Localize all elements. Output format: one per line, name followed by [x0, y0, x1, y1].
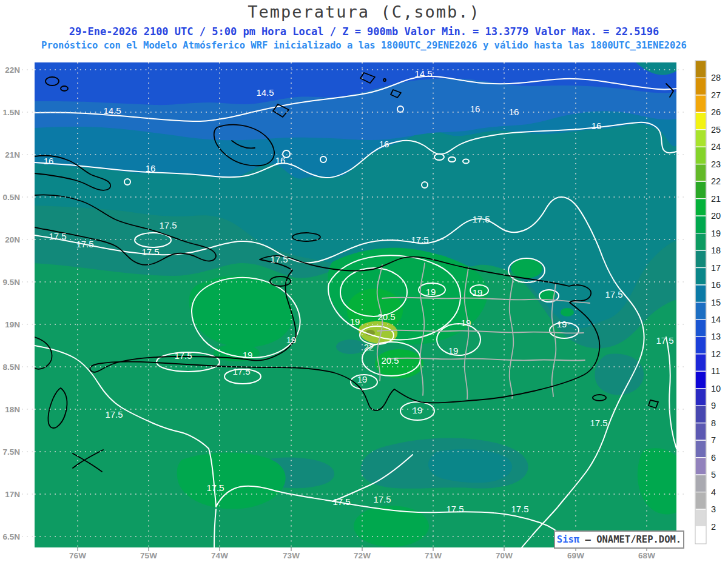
colorbar-segment — [695, 181, 706, 198]
colorbar-segment — [695, 147, 706, 164]
colorbar-tick-label: 11 — [711, 366, 720, 376]
x-axis-label: 70W — [496, 551, 513, 560]
contour-label: 17.5 — [590, 418, 607, 428]
colorbar-tick-label: 24 — [711, 142, 721, 152]
colorbar-segment — [695, 406, 706, 423]
contour-label: 17.5 — [206, 483, 224, 493]
temperature-colorbar: 2827262524232221201918171615141312111098… — [695, 61, 721, 544]
org-label: – ONAMET/REP.DOM. — [579, 534, 681, 545]
colorbar-segment — [695, 458, 706, 475]
model-info-line: Pronóstico con el Modelo Atmósferico WRF… — [0, 40, 728, 51]
colorbar-tick-label: 23 — [711, 159, 721, 169]
x-axis-label: 69W — [567, 551, 584, 560]
bahamas-island — [22, 123, 33, 129]
colorbar-tick-label: 12 — [711, 349, 721, 359]
temperature-shading — [22, 62, 676, 547]
contour-label: 17.5 — [232, 366, 250, 376]
colorbar-tick-label: 17 — [711, 263, 721, 273]
y-axis-label: 20N — [5, 235, 20, 244]
x-axis-label: 71W — [425, 551, 442, 560]
contour-label: 16 — [146, 163, 156, 173]
x-axis-label: 68W — [638, 551, 655, 560]
colorbar-tick-label: 10 — [711, 384, 721, 393]
contour-label: 19 — [557, 319, 567, 329]
colorbar-segment — [695, 509, 706, 526]
contour-label: 17.5 — [511, 504, 528, 514]
contour-label: 19 — [426, 287, 436, 297]
contour-label: 19 — [413, 405, 423, 415]
contour-label: 16 — [275, 155, 286, 166]
colorbar-tick-label: 2 — [711, 522, 716, 532]
x-axis-label: 74W — [211, 551, 228, 560]
colorbar-segment — [695, 475, 706, 492]
colorbar-tick-label: 7 — [711, 435, 716, 445]
contour-label: 16 — [44, 156, 54, 166]
contour-label: 17.5 — [656, 335, 673, 346]
colorbar-segment — [695, 319, 706, 336]
colorbar-segment — [695, 527, 706, 544]
contour-label: 14.5 — [103, 105, 121, 116]
colorbar-segment — [695, 164, 706, 181]
contour-label: 17.5 — [141, 247, 159, 257]
contour-label: 14.5 — [256, 87, 274, 98]
x-axis-label: 73W — [283, 551, 300, 560]
contour-label: 17.5 — [76, 239, 93, 249]
field-cool-patch — [336, 340, 365, 354]
contour-label: 16 — [470, 104, 480, 114]
x-axis-label: 72W — [354, 551, 371, 560]
colorbar-segment — [695, 95, 706, 112]
colorbar-segment — [695, 423, 706, 440]
contour-label: 16 — [509, 107, 519, 117]
contour-label: 14.5 — [414, 69, 432, 79]
contour-label: 22 — [364, 342, 374, 352]
colorbar-segment — [695, 440, 706, 457]
y-axis-label: 7.5N — [2, 447, 20, 457]
colorbar-tick-label: 9 — [711, 401, 716, 410]
y-axis-label: 19N — [5, 320, 20, 329]
contour-label: 17.5 — [49, 231, 66, 241]
colorbar-tick-label: 15 — [711, 298, 721, 307]
contour-label: 20.5 — [381, 355, 399, 366]
contour-label: 17.5 — [373, 494, 391, 504]
field-19-20 — [561, 308, 574, 316]
page-title: Temperatura (C,somb.) — [0, 2, 728, 21]
onamet-branding-box: Sisπ – ONAMET/REP.DOM. — [554, 530, 684, 549]
colorbar-segment — [695, 371, 706, 388]
contour-label: 17.5 — [270, 254, 288, 264]
y-axis-label: 0.5N — [2, 193, 20, 202]
contour-label: 17.5 — [411, 235, 428, 245]
colorbar-tick-label: 13 — [711, 332, 721, 341]
colorbar-segment — [695, 250, 706, 267]
colorbar-segment — [695, 61, 706, 78]
forecast-time-line: 29-Ene-2026 2100 UTC / 5:00 pm Hora Loca… — [0, 25, 728, 38]
colorbar-segment — [695, 130, 706, 147]
contour-label: 19 — [448, 346, 459, 356]
contour-label: 19 — [461, 318, 471, 328]
y-axis-label: 17N — [5, 490, 20, 499]
y-axis-label: 18N — [5, 405, 20, 414]
temperature-map: 76W75W74W73W72W71W70W69W68W22N1.5N21N0.5… — [0, 0, 728, 562]
colorbar-segment — [695, 285, 706, 302]
contour-label: 17.5 — [446, 504, 463, 514]
colorbar-tick-label: 8 — [711, 418, 716, 428]
colorbar-tick-label: 20 — [711, 211, 721, 221]
contour-label: 17.5 — [332, 497, 350, 507]
contour-label: 16 — [379, 139, 389, 149]
y-axis-label: 9.5N — [2, 278, 20, 287]
colorbar-tick-label: 16 — [711, 280, 721, 290]
contour-label: 20.5 — [377, 312, 395, 322]
colorbar-tick-label: 26 — [711, 107, 721, 117]
contour-label: 17.5 — [472, 214, 490, 224]
contour-label: 17.5 — [605, 289, 622, 299]
colorbar-tick-label: 5 — [711, 470, 716, 480]
colorbar-segment — [695, 354, 706, 371]
colorbar-tick-label: 4 — [711, 487, 716, 497]
pi-icon: π — [574, 534, 579, 545]
colorbar-tick-label: 28 — [711, 73, 721, 82]
colorbar-tick-label: 22 — [711, 176, 721, 186]
colorbar-segment — [695, 233, 706, 250]
x-axis-label: 75W — [140, 551, 157, 560]
colorbar-segment — [695, 268, 706, 285]
contour-label: 17.5 — [105, 409, 123, 420]
colorbar-tick-label: 3 — [711, 504, 716, 514]
